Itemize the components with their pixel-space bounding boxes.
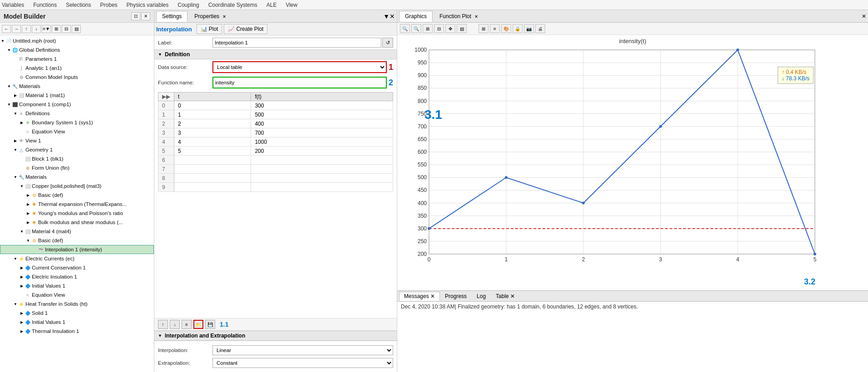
tree-item-basic-def2[interactable]: ▼⚙Basic (def) — [0, 236, 154, 245]
tree-item-current-cons[interactable]: ▶🔷Current Conservation 1 — [0, 263, 154, 272]
zoom-out-btn[interactable]: 🔍 — [411, 24, 421, 33]
tree-expand-materials2[interactable]: ▼ — [13, 174, 18, 180]
interp-collapse-btn[interactable]: ▼ — [158, 333, 162, 338]
menu-physics-variables[interactable]: Physics variables — [127, 2, 169, 8]
tree-item-block1[interactable]: ⬜Block 1 (blk1) — [0, 154, 154, 163]
back-btn[interactable]: ← — [2, 25, 11, 33]
tree-item-common-model[interactable]: ⚙Common Model Inputs — [0, 73, 154, 82]
tree-item-mat4[interactable]: ▼⬜Material 4 (mat4) — [0, 227, 154, 236]
panel-close-btn[interactable]: ✕ — [141, 12, 150, 20]
tree-item-thermal-exp[interactable]: ▶✱Thermal expansion (ThermalExpans... — [0, 200, 154, 209]
tree-expand-comp1[interactable]: ▼ — [6, 102, 12, 107]
tree-item-global-def[interactable]: ▼🌐Global Definitions — [0, 45, 154, 54]
tree-item-thermal-ins[interactable]: ▶🔷Thermal Insulation 1 — [0, 327, 154, 336]
table-row[interactable]: 441000 — [158, 137, 393, 147]
tree-expand-copper[interactable]: ▼ — [19, 183, 25, 189]
tree-item-heat-transfer[interactable]: ▼⚡Heat Transfer in Solids (ht) — [0, 299, 154, 308]
tree-item-solid1[interactable]: ▶🔷Solid 1 — [0, 308, 154, 318]
tree-item-material1[interactable]: ▶⬜Material 1 (mat1) — [0, 91, 154, 100]
zoom-window-btn[interactable]: ⊟ — [434, 24, 444, 33]
tree-expand-thermal-ins[interactable]: ▶ — [19, 328, 25, 334]
tree-expand-init-val1[interactable]: ▶ — [19, 283, 25, 289]
tree-item-interp1[interactable]: 〜Interpolation 1 (intensity) — [0, 245, 154, 254]
tree-item-bnd-sys1[interactable]: ▶✛Boundary System 1 (sys1) — [0, 118, 154, 127]
forward-btn[interactable]: → — [12, 25, 21, 33]
tree-item-definitions[interactable]: ▼≡Definitions — [0, 109, 154, 118]
tab-table-close[interactable]: ✕ — [510, 293, 515, 299]
up-btn[interactable]: ↑ — [22, 25, 31, 33]
tree-item-geom1[interactable]: ▼△Geometry 1 — [0, 145, 154, 154]
tree-expand-view1[interactable]: ▶ — [13, 138, 18, 143]
collapse-btn[interactable]: ⊟ — [62, 25, 71, 33]
funcname-input[interactable] — [213, 78, 386, 88]
tree-item-eq-view[interactable]: ≈Equation View — [0, 127, 154, 136]
tree-item-analytic1[interactable]: ∫Analytic 1 (an1) — [0, 64, 154, 73]
tree-item-init-val1[interactable]: ▶🔷Initial Values 1 — [0, 281, 154, 290]
create-plot-button[interactable]: 📈 Create Plot — [224, 24, 267, 34]
tree-expand-basic-def[interactable]: ▶ — [25, 192, 31, 198]
menu-view[interactable]: View — [286, 2, 297, 8]
grid-btn[interactable]: ⊞ — [478, 24, 488, 33]
tab-graphics[interactable]: Graphics — [399, 11, 433, 22]
tree-expand-bulk[interactable]: ▶ — [25, 220, 31, 225]
tree-expand-elec-currents[interactable]: ▼ — [13, 256, 18, 261]
zoom-extents-btn[interactable]: ⊞ — [423, 24, 433, 33]
tree-expand-youngs[interactable]: ▶ — [25, 210, 31, 216]
table-row[interactable]: 22400 — [158, 119, 393, 128]
datasource-select[interactable]: Local table File — [213, 62, 386, 72]
tab-log[interactable]: Log — [472, 292, 491, 301]
menu-coupling[interactable]: Coupling — [178, 2, 199, 8]
pan-btn[interactable]: ✥ — [445, 24, 455, 33]
tab-function-plot[interactable]: Function Plot ✕ — [434, 11, 484, 22]
tab-table[interactable]: Table ✕ — [491, 292, 520, 301]
tree-expand-definitions[interactable]: ▼ — [13, 111, 18, 116]
tree-item-view1[interactable]: ▶👁View 1 — [0, 136, 154, 145]
tree-item-elec-ins1[interactable]: ▶🔷Electric Insulation 1 — [0, 272, 154, 281]
tree-expand-current-cons[interactable]: ▶ — [19, 265, 25, 270]
tree-item-elec-currents[interactable]: ▼⚡Electric Currents (ec) — [0, 254, 154, 263]
row-sort-btn[interactable]: ≡ — [182, 320, 192, 329]
panel-pin-btn[interactable]: ✕ — [390, 13, 395, 20]
legend-btn[interactable]: ≡ — [490, 24, 500, 33]
tree-expand-material1[interactable]: ▶ — [13, 93, 18, 98]
tab-settings[interactable]: Settings — [156, 11, 187, 22]
print-btn[interactable]: 🖨 — [535, 24, 545, 33]
fit-btn[interactable]: ▤ — [457, 24, 467, 33]
tree-item-init-val2[interactable]: ▶🔷Initial Values 1 — [0, 318, 154, 327]
tree-item-bulk[interactable]: ▶✱Bulk modulus and shear modulus (... — [0, 218, 154, 227]
tab-messages[interactable]: Messages ✕ — [399, 292, 440, 301]
camera-btn[interactable]: 📷 — [524, 24, 534, 33]
expand-btn[interactable]: ⊞ — [52, 25, 61, 33]
tab-messages-close[interactable]: ✕ — [430, 293, 435, 299]
tree-expand-init-val2[interactable]: ▶ — [19, 319, 25, 325]
tab-properties[interactable]: Properties ✕ — [188, 11, 232, 22]
label-input[interactable] — [212, 38, 381, 48]
tree-item-comp1[interactable]: ▼⬛Component 1 (comp1) — [0, 100, 154, 109]
tree-item-eq-view2[interactable]: ≈Equation View — [0, 290, 154, 299]
tree-expand-mat4[interactable]: ▼ — [19, 229, 25, 234]
plot-button[interactable]: 📊 Plot — [197, 24, 222, 34]
menu-variables[interactable]: Variables — [2, 2, 24, 8]
tree-expand-heat-transfer[interactable]: ▼ — [13, 301, 18, 307]
tree-expand-root[interactable]: ▼ — [0, 38, 5, 44]
down-btn[interactable]: ↓ — [32, 25, 41, 33]
menu-functions[interactable]: Functions — [33, 2, 57, 8]
file-import-btn[interactable]: 📁 — [193, 320, 203, 329]
tree-expand-geom1[interactable]: ▼ — [13, 147, 18, 152]
table-row[interactable]: 00300 — [158, 101, 393, 110]
menu-probes[interactable]: Probes — [100, 2, 118, 8]
lock-btn[interactable]: 🔒 — [513, 24, 523, 33]
tree-expand-global-def[interactable]: ▼ — [6, 47, 12, 53]
tree-expand-solid1[interactable]: ▶ — [19, 310, 25, 316]
definition-collapse-btn[interactable]: ▼ — [158, 52, 162, 57]
row-up-btn[interactable]: ↑ — [158, 320, 168, 329]
tree-expand-materials[interactable]: ▼ — [6, 83, 12, 89]
tree-item-copper[interactable]: ▼⬜Copper [solid,polished] (mat3) — [0, 181, 154, 191]
zoom-in-btn[interactable]: 🔍 — [400, 24, 410, 33]
list-btn[interactable]: ▤ — [72, 25, 81, 33]
tree-item-basic-def[interactable]: ▶⚙Basic (def) — [0, 191, 154, 200]
extrapolation-select[interactable]: Constant Linear Periodic Specific value — [212, 358, 393, 368]
tree-item-youngs[interactable]: ▶✱Young's modulus and Poisson's ratio — [0, 209, 154, 218]
label-restore-btn[interactable]: ↺ — [382, 38, 393, 48]
tree-item-root[interactable]: ▼📄Untitled.mph (root) — [0, 36, 154, 45]
